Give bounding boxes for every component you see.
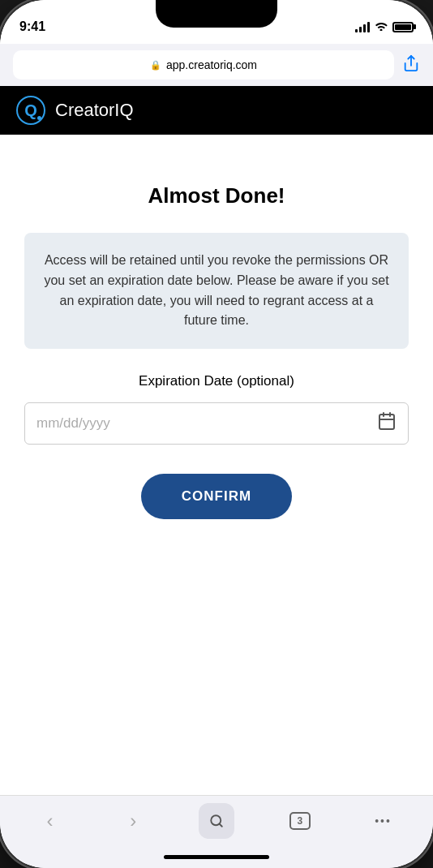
svg-rect-1 (379, 415, 394, 429)
content-area: Almost Done! Access will be retained unt… (0, 135, 433, 795)
info-text: Access will be retained until you revoke… (44, 251, 389, 331)
browser-bar: 🔒 app.creatoriq.com (0, 44, 433, 86)
home-indicator (0, 845, 433, 868)
back-button[interactable]: ‹ (32, 803, 67, 839)
brand-name: CreatorIQ (55, 100, 134, 121)
status-icons (355, 20, 414, 33)
confirm-button[interactable]: CONFIRM (141, 474, 292, 519)
share-button[interactable] (402, 54, 420, 76)
battery-icon (392, 22, 414, 32)
svg-line-6 (219, 823, 221, 826)
logo-icon: Q (16, 96, 45, 125)
notch (156, 0, 277, 28)
status-time: 9:41 (19, 19, 45, 34)
info-box: Access will be retained until you revoke… (24, 233, 409, 349)
calendar-icon (377, 411, 397, 436)
expiration-label: Expiration Date (optional) (24, 373, 409, 389)
browser-bottom-nav: ‹ › 3 ••• (0, 795, 433, 845)
status-bar: 9:41 (0, 0, 433, 44)
phone-frame: 9:41 (0, 0, 433, 868)
lock-icon: 🔒 (150, 60, 161, 71)
main-content: Almost Done! Access will be retained unt… (0, 135, 433, 795)
url-bar[interactable]: 🔒 app.creatoriq.com (13, 50, 394, 79)
tab-counter: 3 (289, 812, 311, 830)
phone-screen: 9:41 (0, 0, 433, 868)
tabs-button[interactable]: 3 (282, 803, 318, 839)
home-bar (164, 855, 269, 859)
search-button[interactable] (199, 803, 234, 839)
page-title: Almost Done! (24, 183, 409, 208)
url-text: app.creatoriq.com (166, 58, 257, 71)
forward-button[interactable]: › (115, 803, 151, 839)
date-input-wrapper[interactable]: mm/dd/yyyy (24, 402, 409, 445)
date-placeholder: mm/dd/yyyy (36, 415, 110, 432)
wifi-icon (375, 20, 388, 33)
signal-icon (355, 21, 370, 32)
app-header: Q CreatorIQ (0, 86, 433, 135)
more-button[interactable]: ••• (366, 803, 401, 839)
